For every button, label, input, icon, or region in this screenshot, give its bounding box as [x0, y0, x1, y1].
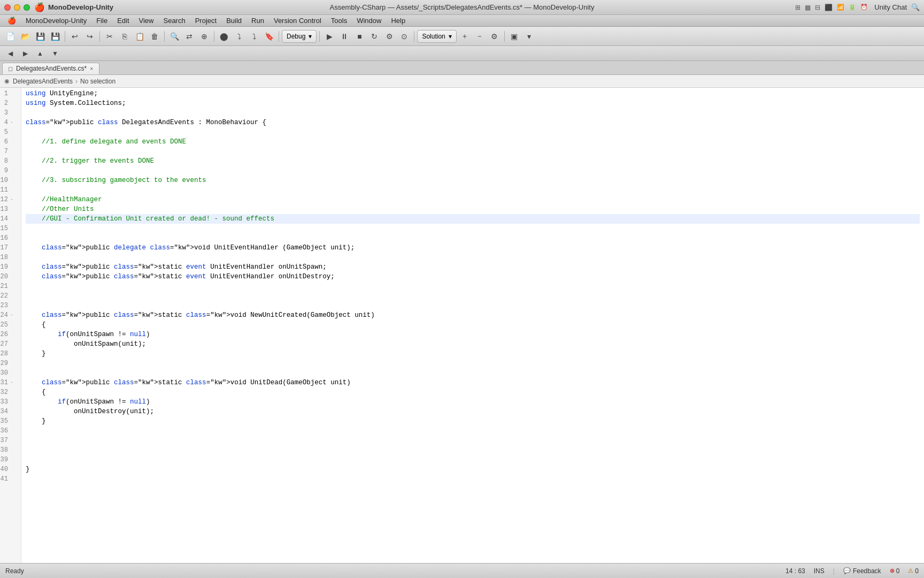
menu-build[interactable]: Build	[222, 16, 246, 26]
line-number-26: 26	[0, 330, 18, 339]
code-line-19: class="kw">public class="kw">static even…	[26, 262, 920, 272]
undo-btn[interactable]: ↩	[68, 29, 82, 43]
feedback-icon: 💬	[843, 567, 851, 574]
code-line-40: }	[26, 465, 920, 474]
minimize-button[interactable]	[14, 4, 20, 11]
sep2	[99, 31, 100, 42]
code-area[interactable]: using UnityEngine;using System.Collectio…	[21, 88, 924, 563]
breadcrumb-part1[interactable]: DelegatesAndEvents	[13, 78, 73, 85]
close-button[interactable]	[4, 4, 11, 11]
breadcrumb-sep1: ›	[75, 78, 78, 85]
menu-monodevelop[interactable]: MonoDevelop-Unity	[21, 16, 91, 26]
save-btn[interactable]: 💾	[33, 29, 47, 43]
code-line-38	[26, 445, 920, 455]
code-line-26: if(onUnitSpawn != null)	[26, 330, 920, 339]
line-number-24: 24-	[0, 310, 18, 320]
pause-btn[interactable]: ⏸	[337, 29, 351, 43]
solution-dropdown-arrow: ▾	[449, 33, 452, 40]
menu-file[interactable]: File	[92, 16, 112, 26]
layout-btn[interactable]: ▣	[507, 29, 521, 43]
menu-edit[interactable]: Edit	[113, 16, 133, 26]
file-tab[interactable]: ◻ DelegatesAndEvents.cs* ×	[2, 63, 99, 74]
line-number-35: 35	[0, 416, 18, 426]
code-line-24: class="kw">public class="kw">static clas…	[26, 310, 920, 320]
line-number-36: 36	[0, 426, 18, 436]
redo-btn[interactable]: ↪	[83, 29, 97, 43]
paste-btn[interactable]: 📋	[133, 29, 147, 43]
delete-btn[interactable]: 🗑	[148, 29, 161, 43]
code-line-23	[26, 301, 920, 310]
nav-up-btn[interactable]: ▲	[33, 47, 47, 60]
new-file-btn[interactable]: 📄	[3, 29, 17, 43]
feedback-button[interactable]: 💬 Feedback	[843, 567, 881, 575]
attach-btn[interactable]: ⚙	[382, 29, 396, 43]
remove-btn[interactable]: －	[473, 29, 487, 43]
line-number-2: 2	[0, 98, 18, 108]
menu-project[interactable]: Project	[191, 16, 221, 26]
line-number-9: 9	[0, 166, 18, 176]
line-number-41: 41	[0, 474, 18, 484]
add-btn[interactable]: ＋	[458, 29, 472, 43]
code-line-16	[26, 233, 920, 243]
search-icon[interactable]: 🔍	[911, 3, 920, 11]
menu-help[interactable]: Help	[387, 16, 410, 26]
line-number-4: 4-	[0, 118, 18, 127]
run-btn[interactable]: ▶	[322, 29, 336, 43]
nav-btn[interactable]: ⊕	[197, 29, 211, 43]
wifi-icon: 📶	[837, 4, 844, 11]
config-btn[interactable]: ⚙	[488, 29, 502, 43]
menu-window[interactable]: Window	[352, 16, 386, 26]
line-number-16: 16	[0, 233, 18, 243]
solution-dropdown[interactable]: Solution ▾	[417, 30, 456, 43]
cut-btn[interactable]: ✂	[103, 29, 117, 43]
app-name: MonoDevelop-Unity	[48, 3, 113, 11]
line-number-30: 30	[0, 368, 18, 378]
nav-back-btn[interactable]: ◀	[3, 47, 17, 60]
code-line-32: {	[26, 387, 920, 397]
line-number-10: 10	[0, 176, 18, 185]
bookmark-btn[interactable]: 🔖	[262, 29, 276, 43]
copy-btn[interactable]: ⎘	[118, 29, 132, 43]
unity-chat-label[interactable]: Unity Chat	[874, 3, 907, 11]
fold-marker-4[interactable]: -	[9, 120, 14, 125]
find-btn[interactable]: 🔍	[167, 29, 181, 43]
replace-btn[interactable]: ⇄	[182, 29, 196, 43]
menu-version-control[interactable]: Version Control	[270, 16, 326, 26]
fold-marker-31[interactable]: -	[9, 380, 14, 385]
menu-tools[interactable]: Tools	[327, 16, 351, 26]
debug-dropdown-arrow: ▾	[309, 33, 312, 40]
control-icon-1[interactable]: ⊞	[795, 4, 800, 11]
control-icon-3[interactable]: ⊟	[815, 4, 820, 11]
menu-search[interactable]: Search	[159, 16, 189, 26]
save-all-btn[interactable]: 💾	[48, 29, 62, 43]
code-line-35: }	[26, 416, 920, 426]
stop-btn[interactable]: ■	[352, 29, 366, 43]
nav-collapse-btn[interactable]: ▼	[48, 47, 62, 60]
tab-close-btn[interactable]: ×	[90, 65, 93, 72]
breakpoint-btn[interactable]: ⬤	[217, 29, 231, 43]
debug-dropdown[interactable]: Debug ▾	[282, 30, 317, 43]
fold-marker-24[interactable]: -	[9, 313, 14, 318]
cursor-position: 14 : 63	[786, 567, 805, 575]
feedback-label: Feedback	[853, 567, 881, 575]
line-number-23: 23	[0, 301, 18, 310]
menu-apple[interactable]: 🍎	[3, 16, 20, 26]
menu-run[interactable]: Run	[247, 16, 268, 26]
fold-marker-12[interactable]: -	[9, 197, 14, 202]
maximize-button[interactable]	[24, 4, 30, 11]
connect-btn[interactable]: ⊙	[397, 29, 411, 43]
nav-forward-btn[interactable]: ▶	[18, 47, 32, 60]
restart-btn[interactable]: ↻	[367, 29, 381, 43]
line-number-34: 34	[0, 407, 18, 416]
line-number-40: 40	[0, 465, 18, 474]
open-file-btn[interactable]: 📂	[18, 29, 32, 43]
step-over-btn[interactable]: ⤵	[232, 29, 246, 43]
menu-view[interactable]: View	[135, 16, 158, 26]
warning-icon: ⚠	[908, 567, 913, 574]
line-number-12: 12-	[0, 195, 18, 204]
code-line-15	[26, 224, 920, 233]
control-icon-2[interactable]: ▦	[805, 4, 811, 11]
step-in-btn[interactable]: ⤵	[247, 29, 261, 43]
solution-label: Solution	[422, 33, 445, 40]
panel-btn[interactable]: ▾	[522, 29, 536, 43]
